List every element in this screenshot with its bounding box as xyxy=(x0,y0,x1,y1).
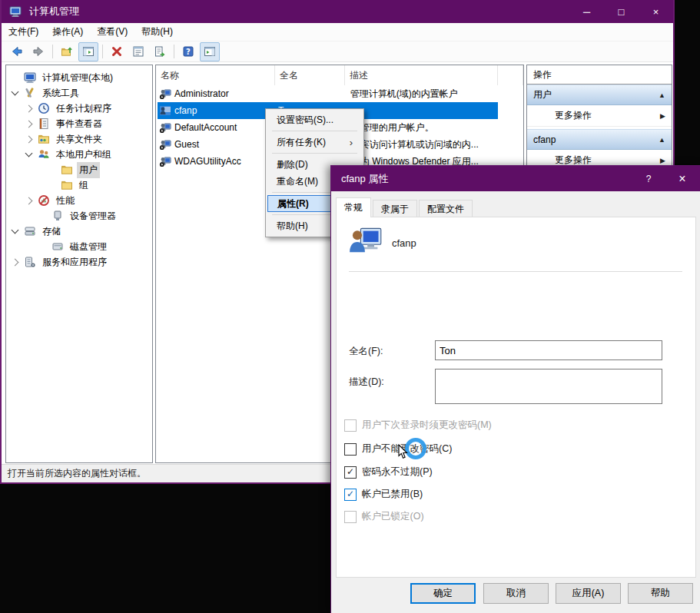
tree-item-computer-management[interactable]: 计算机管理(本地) xyxy=(12,70,115,85)
menu-file[interactable]: 文件(F) xyxy=(2,23,45,41)
column-header-description[interactable]: 描述 xyxy=(345,65,498,85)
tab-profile[interactable]: 配置文件 xyxy=(419,200,473,217)
separator xyxy=(349,271,682,272)
tree-item-groups[interactable]: 组 xyxy=(49,177,91,193)
tree-item-performance[interactable]: 性能 xyxy=(26,193,77,208)
tree-item-local-users-groups[interactable]: 本地用户和组 xyxy=(26,147,114,162)
dialog-title: cfanp 属性 xyxy=(341,172,388,186)
cfanp-properties-dialog: cfanp 属性 ? × 常规 隶属于 配置文件 cfanp 全名(F): 描述… xyxy=(330,165,700,613)
list-row-administrator[interactable]: Administrator 管理计算机(域)的内置帐户 xyxy=(158,85,498,102)
folder-icon xyxy=(61,179,73,191)
full-name-label: 全名(F): xyxy=(349,345,383,358)
computer-icon xyxy=(9,5,22,18)
help-button[interactable]: 帮助 xyxy=(628,583,693,604)
window-title: 计算机管理 xyxy=(29,5,79,18)
more-arrow-icon: ▶ xyxy=(660,157,665,164)
services-icon xyxy=(24,256,36,268)
chevron-right-icon[interactable] xyxy=(12,258,19,266)
tree-item-services-applications[interactable]: 服务和应用程序 xyxy=(12,254,109,270)
column-header-extra[interactable] xyxy=(498,65,523,85)
user-account-icon xyxy=(159,138,171,151)
full-name-input[interactable] xyxy=(435,340,662,360)
collapse-icon[interactable]: ▲ xyxy=(659,91,665,99)
console-tree-panel: 计算机管理(本地) 系统工具 任务计划程序 事件查看器 共享文件夹 本地用户和组… xyxy=(5,65,153,463)
delete-icon[interactable] xyxy=(107,42,127,61)
menu-item-set-password[interactable]: 设置密码(S)... xyxy=(267,111,362,128)
collapse-icon[interactable]: ▲ xyxy=(659,136,665,144)
chevron-down-icon[interactable] xyxy=(12,88,19,96)
checkbox-account-disabled[interactable]: 帐户已禁用(B) xyxy=(344,488,423,501)
user-picture-icon xyxy=(349,227,383,257)
dialog-help-button[interactable]: ? xyxy=(632,166,665,191)
checkbox-account-locked: 帐户已锁定(O) xyxy=(344,510,424,523)
show-console-tree-icon[interactable] xyxy=(78,42,98,61)
menu-help[interactable]: 帮助(H) xyxy=(134,23,180,41)
general-tab-page: cfanp 全名(F): 描述(D): 用户下次登录时须更改密码(M) 用户不能… xyxy=(336,217,696,578)
menu-item-all-tasks[interactable]: 所有任务(K) › xyxy=(267,134,362,151)
checkbox-icon[interactable] xyxy=(344,443,357,456)
checkbox-icon xyxy=(344,419,357,432)
cancel-button[interactable]: 取消 xyxy=(483,583,549,604)
properties-icon[interactable] xyxy=(128,42,148,61)
tree-item-system-tools[interactable]: 系统工具 xyxy=(12,85,81,101)
chevron-right-icon[interactable] xyxy=(25,197,33,204)
chevron-down-icon[interactable] xyxy=(25,150,33,157)
minimize-button[interactable]: ─ xyxy=(569,0,604,23)
ok-button[interactable]: 确定 xyxy=(410,583,476,604)
tree-item-users[interactable]: 用户 xyxy=(49,162,100,177)
status-text: 打开当前所选内容的属性对话框。 xyxy=(8,467,146,480)
up-one-level-icon[interactable] xyxy=(57,42,77,61)
checkbox-must-change-password: 用户下次登录时须更改密码(M) xyxy=(344,419,492,432)
tree-item-shared-folders[interactable]: 共享文件夹 xyxy=(26,131,105,147)
tab-general[interactable]: 常规 xyxy=(336,197,371,217)
column-header-fullname[interactable]: 全名 xyxy=(275,65,345,85)
checkbox-checked-icon[interactable] xyxy=(344,489,357,501)
chevron-right-icon[interactable] xyxy=(25,120,33,128)
folder-icon xyxy=(61,164,73,176)
user-account-icon xyxy=(159,88,171,100)
device-icon xyxy=(51,210,64,222)
apply-button[interactable]: 应用(A) xyxy=(556,583,621,604)
checkbox-icon xyxy=(344,511,357,523)
more-actions-users[interactable]: 更多操作 ▶ xyxy=(527,105,672,127)
maximize-button[interactable]: □ xyxy=(604,0,639,23)
tree-item-event-viewer[interactable]: 事件查看器 xyxy=(26,116,105,131)
export-list-icon[interactable] xyxy=(150,42,170,61)
actions-section-cfanp[interactable]: cfanp ▲ xyxy=(527,129,672,150)
chevron-right-icon[interactable] xyxy=(25,135,33,143)
description-input[interactable] xyxy=(435,369,662,404)
toolbar-separator xyxy=(174,45,174,58)
back-icon[interactable] xyxy=(7,42,27,61)
toolbar-separator xyxy=(102,45,103,58)
close-button[interactable]: × xyxy=(639,0,673,23)
menu-separator xyxy=(272,153,357,154)
tree-item-disk-management[interactable]: 磁盘管理 xyxy=(40,239,109,254)
user-group-icon xyxy=(38,148,50,161)
tab-strip: 常规 隶属于 配置文件 xyxy=(336,198,474,217)
actions-section-users[interactable]: 用户 ▲ xyxy=(527,84,672,105)
mouse-cursor xyxy=(398,444,409,459)
checkbox-password-never-expires[interactable]: 密码永不过期(P) xyxy=(344,466,433,479)
shared-folder-icon xyxy=(38,133,50,145)
actions-pane-title: 操作 xyxy=(527,65,672,84)
dialog-close-button[interactable]: × xyxy=(665,166,699,191)
tree-item-task-scheduler[interactable]: 任务计划程序 xyxy=(26,101,114,116)
disk-icon xyxy=(51,240,64,253)
toolbar-separator xyxy=(52,45,53,58)
checkbox-checked-icon[interactable] xyxy=(344,466,357,479)
chevron-down-icon[interactable] xyxy=(12,227,19,234)
title-bar[interactable]: 计算机管理 ─ □ × xyxy=(2,0,673,23)
menu-action[interactable]: 操作(A) xyxy=(45,23,90,41)
show-action-pane-icon[interactable] xyxy=(200,42,220,61)
forward-icon[interactable] xyxy=(28,42,48,61)
dialog-user-name: cfanp xyxy=(392,237,416,249)
menu-view[interactable]: 查看(V) xyxy=(90,23,134,41)
tools-icon xyxy=(24,87,36,99)
help-icon[interactable] xyxy=(178,42,198,61)
chevron-right-icon[interactable] xyxy=(25,104,33,112)
tab-member-of[interactable]: 隶属于 xyxy=(373,200,417,217)
tree-item-storage[interactable]: 存储 xyxy=(12,224,63,239)
tree-item-device-manager[interactable]: 设备管理器 xyxy=(40,208,118,224)
menu-bar: 文件(F) 操作(A) 查看(V) 帮助(H) xyxy=(2,23,673,41)
column-header-name[interactable]: 名称 xyxy=(156,65,275,85)
